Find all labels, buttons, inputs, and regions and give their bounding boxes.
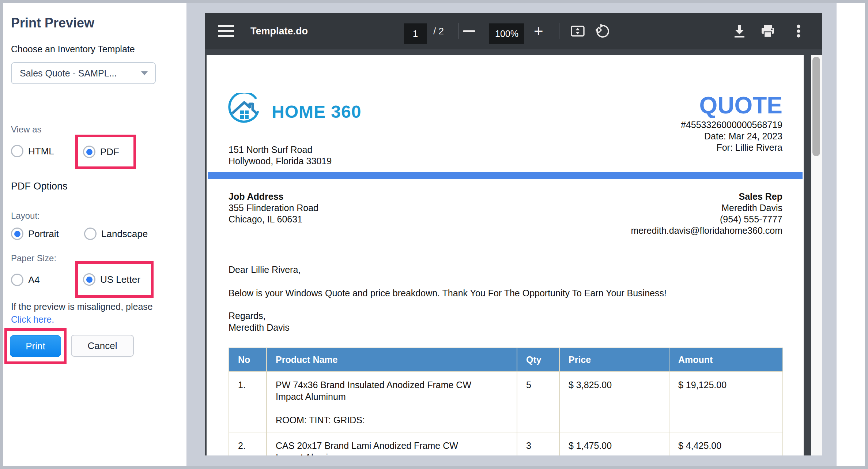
quote-items-table: No Product Name Qty Price Amount 1. [229,348,783,455]
template-label: Choose an Inventory Template [11,44,135,55]
radio-pdf-label[interactable]: PDF [100,146,119,158]
cell-no: 1. [229,371,267,432]
quote-date: Date: Mar 24, 2023 [681,131,782,142]
cell-price: $ 1,475.00 [559,432,669,455]
home360-logo-icon [227,93,261,128]
download-icon[interactable] [731,23,747,39]
radio-us-letter-label[interactable]: US Letter [100,274,140,285]
print-highlight-box: Print [4,328,67,364]
zoom-in-button[interactable]: + [534,13,543,49]
sales-rep-phone: (954) 555-7777 [631,214,782,225]
product-name: PW 74x36 Brand Insulated Anodized Frame … [276,379,488,402]
print-preview-sidebar: Print Preview Choose an Inventory Templa… [3,3,186,466]
company-address-line1: 151 North Surf Road [229,144,332,155]
cell-product: CAS 20x17 Brand Lami Anodized Frame CW I… [267,432,517,455]
company-address: 151 North Surf Road Hollywood, Florida 3… [229,144,332,167]
job-address-block: Job Address 355 Flinderation Road Chicag… [229,191,318,225]
radio-landscape-circle[interactable] [84,228,97,240]
paper-size-label: Paper Size: [11,253,56,263]
sales-rep-email: meredith.davis@floridahome360.com [631,225,782,236]
window-body: Print Preview Choose an Inventory Templa… [3,3,865,466]
col-amount: Amount [669,348,783,371]
radio-landscape-label[interactable]: Landscape [101,228,148,240]
pdf-toolbar: Template.do 1 / 2 100% + [205,13,822,49]
quote-number: #4553326000000568719 [681,119,782,131]
job-address-line1: 355 Flinderation Road [229,202,318,214]
rotate-icon[interactable] [595,23,611,39]
table-row: 2. CAS 20x17 Brand Lami Anodized Frame C… [229,432,783,455]
pdf-viewer: Template.do 1 / 2 100% + [205,13,822,455]
document-page: HOME 360 151 North Surf Road Hollywood, … [207,55,804,455]
pdf-options-title: PDF Options [11,181,68,192]
radio-html-circle[interactable] [11,145,23,157]
letter-body: Below is your Windows Quote and price br… [229,288,667,299]
quote-title: QUOTE [681,94,782,117]
radio-html-label[interactable]: HTML [28,146,54,157]
product-details: ROOM: TINT: GRIDS: [276,414,509,426]
cell-price: $ 3,825.00 [559,371,669,432]
col-price: Price [559,348,669,371]
regards: Regards, [229,310,265,322]
sales-rep-label: Sales Rep [631,191,782,202]
company-name: HOME 360 [272,102,361,122]
menu-icon[interactable] [218,13,234,49]
quote-for: For: Lillie Rivera [681,142,782,153]
cell-qty: 5 [517,371,559,432]
misaligned-note: If the preview is misaligned, please [11,301,153,312]
radio-a4-circle[interactable] [11,274,23,286]
cell-product: PW 74x36 Brand Insulated Anodized Frame … [267,371,517,432]
radio-a4-label[interactable]: A4 [28,274,40,286]
print-button[interactable]: Print [10,335,61,357]
radio-html[interactable]: HTML [11,145,54,157]
fit-page-icon[interactable] [570,23,586,39]
page-number-input[interactable]: 1 [404,23,427,44]
radio-us-letter-circle[interactable] [83,273,95,286]
job-address-line2: Chicago, IL 60631 [229,214,318,225]
us-letter-highlight-box: US Letter [75,261,154,298]
col-qty: Qty [517,348,559,371]
product-name: CAS 20x17 Brand Lami Anodized Frame CW I… [276,440,488,455]
cell-no: 2. [229,432,267,455]
template-dropdown[interactable]: Sales Quote - SAMPL... [11,62,156,84]
page-count: / 2 [433,13,444,49]
chevron-down-icon [141,71,148,75]
signature: Meredith Davis [229,322,290,333]
layout-label: Layout: [11,211,40,221]
cell-amount: $ 4,425.00 [669,432,783,455]
quote-header: QUOTE #4553326000000568719 Date: Mar 24,… [681,94,782,153]
view-as-label: View as [11,124,42,135]
click-here-link[interactable]: Click here. [11,314,54,325]
preview-panel: Template.do 1 / 2 100% + [186,3,837,466]
cell-qty: 3 [517,432,559,455]
radio-portrait[interactable]: Portrait [11,228,59,240]
job-address-label: Job Address [229,191,318,202]
file-name: Template.do [250,13,308,49]
header-divider-rule [208,172,803,179]
radio-portrait-label[interactable]: Portrait [28,228,59,240]
radio-a4[interactable]: A4 [11,274,40,286]
viewer-scrollbar-thumb[interactable] [812,57,820,156]
col-product-name: Product Name [267,348,517,371]
kebab-menu-icon[interactable] [790,23,807,39]
radio-landscape[interactable]: Landscape [84,228,148,240]
viewer-scrollbar-track[interactable] [811,55,822,455]
page-title: Print Preview [11,15,94,31]
toolbar-divider [458,23,458,39]
print-icon[interactable] [760,23,776,39]
company-address-line2: Hollywood, Florida 33019 [229,155,332,167]
cancel-button[interactable]: Cancel [71,335,134,357]
greeting: Dear Lillie Rivera, [229,264,301,275]
sales-rep-name: Meredith Davis [631,202,782,214]
pdf-highlight-box: PDF [75,135,136,169]
table-header-row: No Product Name Qty Price Amount [229,348,783,371]
cell-amount: $ 19,125.00 [669,371,783,432]
sales-rep-block: Sales Rep Meredith Davis (954) 555-7777 … [631,191,782,236]
template-dropdown-value: Sales Quote - SAMPL... [20,68,141,79]
radio-pdf-circle[interactable] [83,146,95,158]
toolbar-divider [559,23,559,39]
print-preview-window: Print Preview Choose an Inventory Templa… [0,0,868,469]
col-no: No [229,348,267,371]
zoom-out-button[interactable] [463,13,475,49]
radio-portrait-circle[interactable] [11,228,23,240]
zoom-level-input[interactable]: 100% [489,23,524,44]
